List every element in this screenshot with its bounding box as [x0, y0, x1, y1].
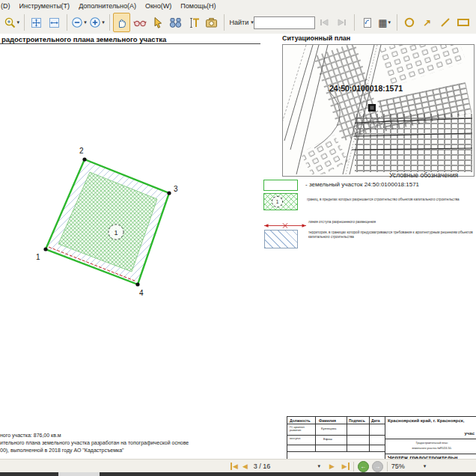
- fit-visible-button[interactable]: [28, 13, 45, 32]
- zoom-in-button[interactable]: ▾: [88, 13, 106, 32]
- legend-swatch-parcel: [263, 180, 298, 191]
- page-layout-button[interactable]: [358, 13, 375, 32]
- stamp-header-position: Должность: [290, 418, 311, 423]
- next-view-button[interactable]: →: [372, 461, 383, 472]
- fit-width-icon: [48, 16, 61, 29]
- page-dropdown-caret[interactable]: ▾: [317, 463, 320, 469]
- menu-bar: (D) Инструменты(T) Дополнительно(A) Окно…: [0, 0, 476, 11]
- footer-note-basis: ительного плана земельного участка разра…: [0, 440, 189, 445]
- pattern-stamp-button[interactable]: ▦ ▾: [376, 13, 393, 32]
- document-page: радостроительного плана земельного участ…: [0, 34, 476, 459]
- zone-number-badge: 1: [272, 196, 283, 207]
- menu-item-partial[interactable]: (D): [0, 2, 15, 10]
- chevron-down-icon: ▾: [388, 19, 391, 25]
- arrow-tool-button[interactable]: ↗: [418, 13, 436, 32]
- snapshot-button[interactable]: [203, 13, 220, 32]
- legend-buildable-zone-label: границ, в пределах которых разрешается с…: [307, 198, 475, 202]
- magnifier-icon: [4, 16, 16, 29]
- page-number-display[interactable]: 3 / 16: [254, 463, 271, 470]
- menu-item-advanced[interactable]: Дополнительно(A): [74, 2, 141, 10]
- legend-setback-label: линия отступа разрешенного размещения: [308, 220, 376, 225]
- stamp-doc-name: Градостроительный план: [388, 442, 476, 445]
- fit-width-button[interactable]: [46, 13, 63, 32]
- find-previous-icon: [318, 17, 330, 28]
- footer-note-author: 00), выполненной в 2018 году АО "Кадастр…: [0, 448, 124, 453]
- map-cadastral-number: 24:50:0100018:1571: [329, 84, 403, 93]
- situational-map: 24:50:0100018:1571: [282, 44, 475, 177]
- legend-parcel-label: - земельный участок 24:50:0100018:1571: [305, 181, 419, 188]
- hand-tool-button[interactable]: [113, 13, 130, 32]
- plus-circle-icon: [89, 16, 101, 28]
- cadastral-map-drawing: 24:50:0100018:1571: [283, 45, 472, 174]
- stamp-header-signature: Подпись: [349, 418, 365, 423]
- stamp-row-position: консульт.: [290, 437, 314, 440]
- stamp-header-date: Дата: [371, 418, 380, 423]
- legend-swatch-buildable-zone: 1: [263, 193, 298, 210]
- stamp-region: Красноярский край, г. Красноярск,: [388, 418, 476, 423]
- find-next-button[interactable]: [333, 13, 350, 32]
- search-input[interactable]: [254, 16, 315, 29]
- halftone-icon: ▦: [378, 18, 387, 28]
- stamp-header-surname: Фамилия: [319, 418, 336, 423]
- last-page-button[interactable]: ▶: [342, 463, 350, 470]
- page-title: радостроительного плана земельного участ…: [1, 35, 166, 43]
- taskbar-light-segment: [58, 472, 100, 476]
- find-dropdown[interactable]: Найти: [230, 19, 249, 26]
- stamp-row-surname: Ефош: [323, 437, 332, 441]
- zoom-dropdown-caret[interactable]: ▾: [424, 463, 427, 469]
- previous-page-button[interactable]: ◀: [242, 463, 248, 470]
- pdf-viewer-window: (D) Инструменты(T) Дополнительно(A) Окно…: [0, 0, 476, 476]
- rectangle-tool-button[interactable]: [454, 13, 472, 32]
- legend-title: Условные обозначения: [314, 171, 458, 179]
- point-label-4: 4: [139, 289, 144, 297]
- find-next-icon: [336, 17, 348, 28]
- stamp-region-2: учас: [388, 431, 475, 436]
- previous-view-button[interactable]: ←: [358, 461, 369, 472]
- menu-item-help[interactable]: Помощь(H): [176, 2, 220, 10]
- line-tool-button[interactable]: [436, 13, 454, 32]
- menu-item-window[interactable]: Окно(W): [141, 2, 176, 10]
- ellipse-icon: [403, 16, 415, 28]
- status-bar: ◀ ◀ 3 / 16 ▾ ▶ ▶ ← → 75% ▾: [0, 459, 476, 473]
- zoom-level-display[interactable]: 75%: [391, 463, 405, 470]
- text-select-button[interactable]: [185, 13, 202, 32]
- land-plot-drawing: 1 1 2 3 4: [30, 142, 195, 307]
- point-label-1: 1: [36, 253, 40, 261]
- camera-icon: [205, 16, 218, 29]
- legend-restriction-label: территория, в границах которой предусмат…: [308, 231, 473, 239]
- reading-mode-button[interactable]: [131, 13, 148, 32]
- stamp-doc-number: земельного участка №RU24-50-: [388, 447, 476, 450]
- cursor-icon: [152, 16, 164, 29]
- binoculars-icon: [169, 16, 182, 29]
- zoom-out-button[interactable]: ▾: [70, 13, 88, 32]
- next-page-button[interactable]: ▶: [329, 463, 335, 470]
- chevron-down-icon: ▾: [84, 19, 87, 25]
- setback-line-icon: [263, 222, 307, 229]
- page-icon: [361, 16, 373, 29]
- footer-note-area: ного участка: 876,00 кв.м: [0, 433, 61, 438]
- find-previous-button[interactable]: [315, 13, 332, 32]
- title-block: Должность Фамилия Подпись Дата ГС архите…: [287, 416, 476, 459]
- stamp-row-position: ГС архитект. развития: [290, 426, 314, 432]
- menu-item-tools[interactable]: Инструменты(T): [15, 2, 75, 10]
- hand-icon: [115, 16, 128, 29]
- zoom-tool-button[interactable]: ▾: [3, 13, 21, 32]
- select-tool-button[interactable]: [149, 13, 166, 32]
- situational-plan-title: Ситуационный план: [282, 34, 350, 42]
- zone-number: 1: [114, 229, 118, 237]
- first-page-button[interactable]: ◀: [231, 463, 238, 470]
- text-select-icon: [188, 16, 200, 29]
- arrow-ne-icon: ↗: [423, 17, 431, 28]
- search-button[interactable]: [167, 13, 184, 32]
- point-label-2: 2: [79, 147, 84, 155]
- title-underline: [0, 43, 260, 44]
- toolbar: ▾ ▾: [0, 11, 476, 34]
- point-label-3: 3: [174, 185, 178, 193]
- chevron-down-icon: ▾: [17, 19, 20, 25]
- fit-page-icon: [30, 16, 43, 29]
- glasses-icon: [133, 16, 147, 29]
- line-icon: [439, 16, 451, 28]
- ellipse-tool-button[interactable]: [400, 13, 418, 32]
- chevron-down-icon: ▾: [102, 19, 105, 25]
- rectangle-icon: [457, 16, 470, 28]
